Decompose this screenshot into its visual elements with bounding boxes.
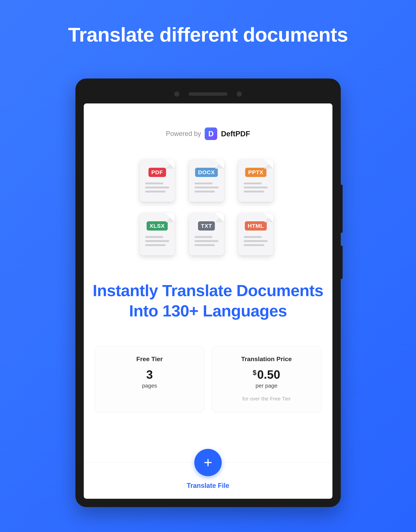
translate-file-label[interactable]: Translate File	[187, 482, 229, 490]
sensor-dot-icon	[237, 91, 242, 97]
tablet-frame: Powered by D DeftPDF PDF DOCX PPTX	[75, 78, 341, 507]
file-badge-pdf: PDF	[149, 168, 166, 177]
translate-file-button[interactable]: +	[194, 449, 222, 476]
deftpdf-logo-icon: D	[205, 127, 217, 140]
file-badge-pptx: PPTX	[245, 168, 266, 177]
file-badge-xlsx: XLSX	[147, 221, 168, 230]
price-unit: per page	[218, 383, 316, 389]
file-type-grid: PDF DOCX PPTX XLSX TXT	[139, 159, 277, 256]
tablet-camera	[174, 91, 242, 97]
page-title: Translate different documents	[68, 23, 348, 46]
file-lines-icon	[139, 236, 175, 246]
tablet-side-button	[341, 246, 343, 279]
file-badge-docx: DOCX	[195, 168, 218, 177]
brand-name: DeftPDF	[221, 130, 250, 138]
bottom-section: + Translate File	[84, 462, 332, 499]
file-type-html: HTML	[238, 213, 273, 256]
file-lines-icon	[189, 236, 224, 246]
tablet-screen: Powered by D DeftPDF PDF DOCX PPTX	[84, 104, 332, 499]
plus-icon: +	[204, 455, 212, 470]
file-lines-icon	[238, 182, 273, 192]
file-lines-icon	[189, 182, 224, 192]
price-amount: 0.50	[257, 368, 280, 381]
price-value: $ 0.50	[218, 368, 316, 381]
price-note: for over the Free Tier	[218, 396, 316, 402]
file-fold-icon	[264, 213, 273, 222]
file-type-docx: DOCX	[189, 159, 224, 202]
price-currency: $	[253, 369, 257, 377]
file-type-pptx: PPTX	[238, 159, 273, 202]
file-type-pdf: PDF	[139, 159, 175, 202]
free-tier-title: Free Tier	[100, 355, 199, 363]
file-fold-icon	[215, 159, 224, 169]
file-fold-icon	[264, 159, 273, 169]
translation-price-card: Translation Price $ 0.50 per page for ov…	[212, 346, 321, 412]
file-badge-txt: TXT	[198, 221, 215, 230]
free-tier-card: Free Tier 3 pages	[95, 346, 205, 412]
pricing-row: Free Tier 3 pages Translation Price $ 0.…	[95, 346, 321, 412]
powered-by-row: Powered by D DeftPDF	[84, 127, 332, 140]
free-tier-unit: pages	[100, 383, 199, 389]
tablet-side-button	[341, 185, 343, 233]
file-type-txt: TXT	[189, 213, 224, 256]
file-fold-icon	[215, 213, 224, 222]
file-badge-html: HTML	[245, 221, 267, 230]
file-lines-icon	[139, 182, 175, 192]
file-type-xlsx: XLSX	[139, 213, 175, 256]
powered-by-label: Powered by	[166, 130, 201, 138]
file-lines-icon	[238, 236, 273, 246]
free-tier-value: 3	[100, 368, 199, 381]
price-title: Translation Price	[218, 355, 316, 363]
speaker-slot-icon	[188, 92, 228, 96]
main-heading: Instantly Translate Documents Into 130+ …	[84, 280, 332, 321]
file-fold-icon	[166, 213, 175, 222]
file-fold-icon	[166, 159, 175, 169]
camera-dot-icon	[174, 91, 179, 97]
